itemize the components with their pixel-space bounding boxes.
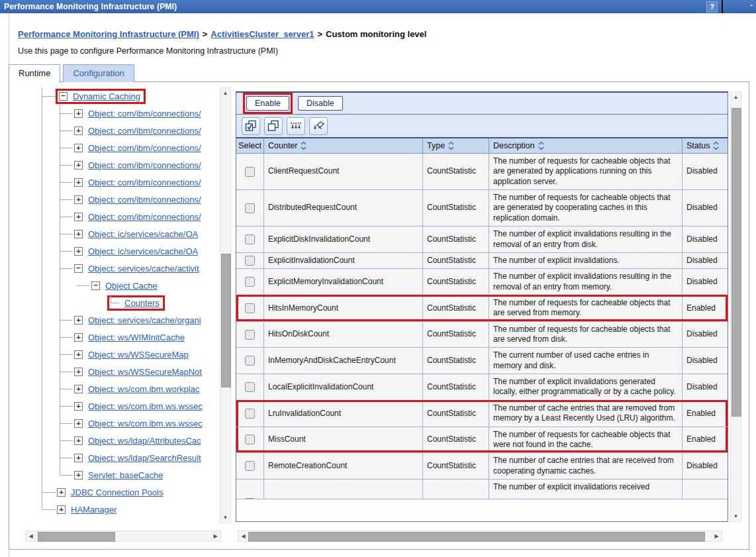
sort-icon[interactable] <box>448 141 454 150</box>
tree-item-link[interactable]: HAManager <box>71 505 117 515</box>
tree-expand-icon[interactable]: + <box>74 350 83 359</box>
row-checkbox[interactable] <box>245 277 255 287</box>
tree-item-link[interactable]: Object: com/ibm/connections/ <box>88 160 201 170</box>
tree-item-link[interactable]: Object: com/ibm/connections/ <box>88 212 201 222</box>
tree-item-link[interactable]: Object: com/ibm/connections/ <box>88 195 201 205</box>
row-checkbox[interactable] <box>245 498 255 499</box>
deselect-all-icon[interactable] <box>264 117 283 135</box>
column-header-description[interactable]: Description <box>489 138 683 153</box>
description-cell-text: The number of explicit invalidations res… <box>493 272 678 292</box>
scroll-down-icon[interactable]: ▼ <box>220 513 230 523</box>
help-icon[interactable]: ? <box>706 1 718 13</box>
table-horizontal-scrollbar[interactable]: ◀ ▶ <box>238 531 722 542</box>
tree-expand-icon[interactable]: + <box>74 454 83 462</box>
tab-configuration[interactable]: Configuration <box>63 64 134 82</box>
tree-item-link[interactable]: JDBC Connection Pools <box>71 487 163 497</box>
tree-item-link[interactable]: Object Cache <box>105 281 158 291</box>
tree-item-link[interactable]: Object: ws/WIMInitCache <box>88 332 185 342</box>
tree-item-link[interactable]: Object: ws/WSSecureMapNot <box>88 367 202 377</box>
tree-expand-icon[interactable]: + <box>74 471 83 480</box>
tree-item-link[interactable]: Object: ws/com.ibm.ws.wssec <box>88 419 203 429</box>
column-header-status[interactable]: Status <box>683 138 726 153</box>
tree-item-link[interactable]: Counters <box>124 298 160 308</box>
column-header-counter[interactable]: Counter <box>264 138 423 153</box>
tab-runtime[interactable]: Runtime <box>9 64 60 83</box>
scroll-right-icon[interactable]: ▶ <box>211 531 220 541</box>
row-checkbox[interactable] <box>245 356 255 366</box>
tree-expand-icon[interactable]: + <box>74 316 83 325</box>
table-scrollbar-thumb[interactable] <box>732 108 741 417</box>
tree-expand-icon[interactable]: + <box>57 505 66 514</box>
tree-item-link[interactable]: Object: ic/services/cache/OA <box>88 246 198 256</box>
tree-item-link[interactable]: Object: ic/services/cache/OA <box>88 229 198 239</box>
table-vertical-scrollbar[interactable]: ▲ ▼ <box>730 91 741 522</box>
row-checkbox[interactable] <box>245 234 255 244</box>
tree-item-link[interactable]: Dynamic Caching <box>73 91 140 101</box>
tree-horizontal-scrollbar[interactable]: ◀ ▶ <box>25 531 221 542</box>
tree-expand-icon[interactable]: + <box>74 144 83 152</box>
row-checkbox[interactable] <box>245 203 255 213</box>
tree-expand-icon[interactable]: + <box>74 127 83 135</box>
show-filter-icon[interactable] <box>287 117 305 135</box>
description-cell: The number of explicit invalidations gen… <box>489 374 683 400</box>
tree-scrollbar-thumb[interactable] <box>38 532 115 542</box>
tree-item-link[interactable]: Object: com/ibm/connections/ <box>88 109 201 119</box>
tree-expand-icon[interactable]: + <box>74 368 83 376</box>
tree-scrollbar-thumb[interactable] <box>221 254 231 387</box>
table-scrollbar-thumb[interactable] <box>248 532 705 542</box>
tree-item-link[interactable]: Object: services/cache/organi <box>88 315 201 325</box>
tree-collapse-icon[interactable]: − <box>91 281 100 290</box>
tree-item-link[interactable]: Servlet: baseCache <box>88 470 163 480</box>
tree-expand-icon[interactable]: + <box>74 402 83 411</box>
tree-expand-icon[interactable]: + <box>74 213 83 221</box>
scroll-up-icon[interactable]: ▲ <box>731 92 741 102</box>
select-all-icon[interactable] <box>242 117 260 135</box>
tree-expand-icon[interactable]: + <box>74 109 83 118</box>
row-checkbox[interactable] <box>245 382 255 392</box>
enable-button[interactable]: Enable <box>246 96 289 111</box>
sort-icon[interactable] <box>713 141 719 150</box>
tree-expand-icon[interactable]: + <box>74 178 83 187</box>
tree-item-link[interactable]: Object: services/cache/activit <box>88 264 199 274</box>
tree-expand-icon[interactable]: + <box>74 247 83 256</box>
row-checkbox[interactable] <box>245 434 255 444</box>
scroll-right-icon[interactable]: ▶ <box>712 531 722 541</box>
row-checkbox[interactable] <box>245 409 255 419</box>
tree-item-link[interactable]: Object: com/ibm/connections/ <box>88 143 201 153</box>
breadcrumb-link-server[interactable]: ActivitiesCluster_server1 <box>211 29 314 39</box>
tree-expand-icon[interactable]: + <box>74 419 83 428</box>
tree-item-link[interactable]: Object: ws/com.ibm.workplac <box>88 384 199 394</box>
tree-expand-icon[interactable]: + <box>74 385 83 393</box>
tree-item-link[interactable]: Object: ws/com.ibm.ws.wssec <box>88 401 203 411</box>
row-checkbox[interactable] <box>245 330 255 340</box>
tree-vertical-scrollbar[interactable]: ▲ ▼ <box>220 87 231 523</box>
tree-item-link[interactable]: Object: ws/ldap/AttributesCac <box>88 436 201 446</box>
row-checkbox[interactable] <box>245 167 255 177</box>
scroll-up-icon[interactable]: ▲ <box>220 88 230 98</box>
tree-expand-icon[interactable]: + <box>74 333 83 342</box>
row-checkbox[interactable] <box>245 303 255 313</box>
disable-button[interactable]: Disable <box>298 96 343 111</box>
tree-item-link[interactable]: Object: com/ibm/connections/ <box>88 126 201 136</box>
tree-expand-icon[interactable]: + <box>74 436 83 445</box>
tree-expand-icon[interactable]: + <box>74 230 83 238</box>
sort-icon[interactable] <box>538 141 544 150</box>
tree-item-link[interactable]: Object: com/ibm/connections/ <box>88 177 201 187</box>
tree-expand-icon[interactable]: + <box>57 488 66 497</box>
tree-collapse-icon[interactable]: − <box>74 264 83 273</box>
tree-expand-icon[interactable]: + <box>74 161 83 170</box>
breadcrumb-link-pmi[interactable]: Performance Monitoring Infrastructure (P… <box>18 29 199 39</box>
row-checkbox[interactable] <box>245 461 255 471</box>
column-header-type[interactable]: Type <box>423 138 489 153</box>
tree-item-link[interactable]: Object: ws/WSSecureMap <box>88 350 189 360</box>
row-checkbox[interactable] <box>245 256 255 266</box>
tree-collapse-icon[interactable]: − <box>59 92 68 101</box>
tree-expand-icon[interactable]: + <box>74 195 83 204</box>
scroll-down-icon[interactable]: ▼ <box>731 511 741 521</box>
scroll-left-icon[interactable]: ◀ <box>238 531 248 541</box>
clear-filter-icon[interactable] <box>309 117 328 135</box>
tree-item-link[interactable]: Object: ws/ldap/SearchResult <box>88 453 201 463</box>
sort-icon[interactable] <box>301 141 307 150</box>
minimize-icon[interactable]: - <box>747 1 755 11</box>
scroll-left-icon[interactable]: ◀ <box>26 531 36 541</box>
